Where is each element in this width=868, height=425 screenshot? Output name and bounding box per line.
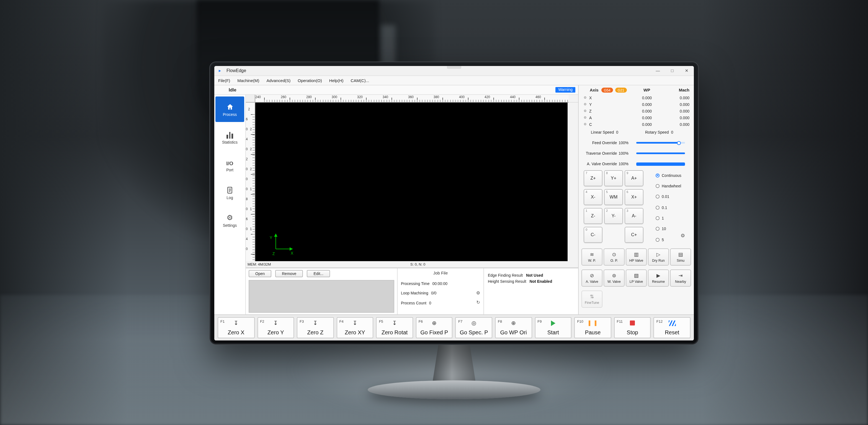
job-row: Processing Time 00:00:00 xyxy=(398,279,484,287)
sidebar-item-port[interactable]: Port xyxy=(215,152,244,177)
function-key-button[interactable]: F1 Zero X xyxy=(218,317,254,338)
gcode-badge[interactable]: G54 xyxy=(601,87,613,92)
jog-button[interactable]: 2 Y- xyxy=(604,208,623,224)
slider-track xyxy=(636,152,685,154)
menu-item[interactable]: Operation(O) xyxy=(298,78,322,83)
function-key-number: F5 xyxy=(379,319,383,323)
job-row-icon[interactable] xyxy=(476,301,480,305)
svg-text:X: X xyxy=(291,251,293,255)
function-key-button[interactable]: F7 Go Spec. P xyxy=(456,317,492,338)
function-key-number: F8 xyxy=(498,319,502,323)
function-key-button[interactable]: F9 Start xyxy=(535,317,571,338)
app-window: ▸ FlowEdge — □ ✕ File(F)Machine(M)Advanc… xyxy=(214,66,694,340)
control-button[interactable]: ⊙ O. P. xyxy=(603,248,625,265)
control-icon: ▨ xyxy=(634,273,639,278)
axis-motor-icon: ⚙ xyxy=(584,103,589,107)
control-button[interactable]: ▤ Simu xyxy=(670,248,691,265)
file-list-box[interactable] xyxy=(249,280,394,313)
control-button[interactable]: ▨ LP Valve xyxy=(626,270,647,287)
sidebar-item-settings[interactable]: Settings xyxy=(215,207,244,233)
svg-text:Z: Z xyxy=(273,251,275,256)
jog-mode-option[interactable]: 1 xyxy=(656,214,681,222)
ruler-row: 240260280300320340360380400420440460 xyxy=(246,95,578,103)
minimize-button[interactable]: — xyxy=(651,66,665,76)
jog-button[interactable]: C+ xyxy=(625,227,644,243)
function-key-button[interactable]: F6 Go Fixed P xyxy=(416,317,453,338)
function-key-button[interactable]: F10 Pause xyxy=(574,317,611,338)
sidebar-item-process[interactable]: Process xyxy=(215,96,244,122)
menu-item[interactable]: Advanced(S) xyxy=(267,78,291,83)
menu-item[interactable]: File(F) xyxy=(218,78,230,83)
file-button[interactable]: Open xyxy=(249,270,271,277)
job-row-label: Process Count xyxy=(401,301,426,305)
jog-button[interactable]: 8 Y+ xyxy=(604,170,623,186)
function-key-button[interactable]: F4 Zero XY xyxy=(336,317,373,338)
control-button[interactable]: ⇥ Nearby xyxy=(670,270,691,287)
gcode-badges: G54G21 xyxy=(601,87,627,92)
vertical-ruler: 2 6 02 4 02 2 02 0 01 8 01 6 01 4 0 xyxy=(246,103,255,261)
jog-button[interactable]: 0 C- xyxy=(584,227,602,243)
override-row: Traverse Override 100% xyxy=(579,148,694,159)
jog-button[interactable]: 9 A+ xyxy=(625,170,644,186)
jog-mode-label: 1 xyxy=(662,216,664,220)
sidebar-item-log[interactable]: Log xyxy=(215,180,244,205)
job-row-icon[interactable] xyxy=(476,291,480,295)
jog-button[interactable]: 7 Z+ xyxy=(584,170,602,186)
control-button[interactable]: ≋ W. P. xyxy=(582,248,602,265)
control-button[interactable]: ⇅ FineTune xyxy=(582,290,602,308)
function-key-button[interactable]: F11 Stop xyxy=(614,317,651,338)
control-button[interactable]: ▥ HP Valve xyxy=(626,248,647,265)
menu-item[interactable]: Help(H) xyxy=(329,78,344,83)
machining-canvas[interactable]: Y Z X xyxy=(255,103,567,261)
control-button[interactable]: ▷ Dry Run xyxy=(648,248,669,265)
override-slider[interactable] xyxy=(636,161,685,166)
jog-keypad-number: 8 xyxy=(606,171,608,175)
jog-mode-option[interactable]: Handwheel xyxy=(656,182,681,190)
override-slider[interactable] xyxy=(636,151,685,156)
maximize-button[interactable]: □ xyxy=(665,66,679,76)
function-key-button[interactable]: F8 Go WP Ori xyxy=(495,317,532,338)
override-slider[interactable] xyxy=(636,140,685,145)
job-file-title: Job File xyxy=(398,271,484,278)
override-labels: Feed Override 100% xyxy=(579,141,628,145)
jog-button[interactable]: 6 X+ xyxy=(625,189,644,205)
jog-mode-option[interactable]: Continuous xyxy=(656,171,681,179)
jog-button[interactable]: 1 Z- xyxy=(584,208,602,224)
job-rows: Processing Time 00:00:00 Loop Machining xyxy=(398,279,484,307)
control-button[interactable]: ▶ Resume xyxy=(648,270,669,287)
jog-button[interactable]: 4 X- xyxy=(584,189,602,205)
menu-bar: File(F)Machine(M)Advanced(S)Operation(O)… xyxy=(214,76,694,85)
menu-item[interactable]: Machine(M) xyxy=(237,78,259,83)
valve-button-row-2: ⊘ A. Valve ⊚ W. Valve ▨ LP Valve xyxy=(579,270,694,287)
function-key-number: F10 xyxy=(577,319,583,323)
function-key-button[interactable]: F3 Zero Z xyxy=(297,317,334,338)
jog-button[interactable]: 5 WM xyxy=(604,189,623,205)
slider-thumb[interactable] xyxy=(677,141,681,145)
function-key-bar: F1 Zero X F2 Zero Y F3 Zero Z xyxy=(214,314,694,340)
control-label: Dry Run xyxy=(652,258,664,262)
job-row-label: Processing Time xyxy=(401,281,430,285)
warning-badge[interactable]: Warning xyxy=(555,87,575,92)
function-key-button[interactable]: F5 Zero Rotat xyxy=(376,317,413,338)
axis-wp-value: 0.000 xyxy=(596,123,652,127)
control-button[interactable]: ⊚ W. Valve xyxy=(603,270,625,287)
jog-mode-option[interactable]: 0.1 xyxy=(656,203,681,211)
jog-mode-option[interactable]: 10 xyxy=(656,225,681,233)
result-value: Not Enabled xyxy=(530,279,552,283)
function-key-button[interactable]: F2 Zero Y xyxy=(257,317,294,338)
close-button[interactable]: ✕ xyxy=(679,66,694,76)
control-button[interactable]: ⊘ A. Valve xyxy=(582,270,602,287)
result-row: Height Sensing Result Not Enabled xyxy=(484,278,578,284)
sidebar-item-statistics[interactable]: Statistics xyxy=(215,124,244,150)
step-settings-gear-icon[interactable]: ⚙ xyxy=(681,233,685,238)
control-label: Simu xyxy=(677,258,684,262)
function-key-number: F3 xyxy=(300,319,304,323)
jog-mode-option[interactable]: 5 xyxy=(656,236,681,244)
menu-item[interactable]: CAM(C)... xyxy=(351,78,369,83)
jog-button[interactable]: 3 A- xyxy=(625,208,644,224)
gcode-badge[interactable]: G21 xyxy=(615,87,627,92)
file-button[interactable]: Remove xyxy=(275,270,303,277)
file-button[interactable]: Edit... xyxy=(307,270,330,277)
jog-mode-option[interactable]: 0.01 xyxy=(656,193,681,201)
function-key-button[interactable]: F12 Reset xyxy=(654,317,690,338)
